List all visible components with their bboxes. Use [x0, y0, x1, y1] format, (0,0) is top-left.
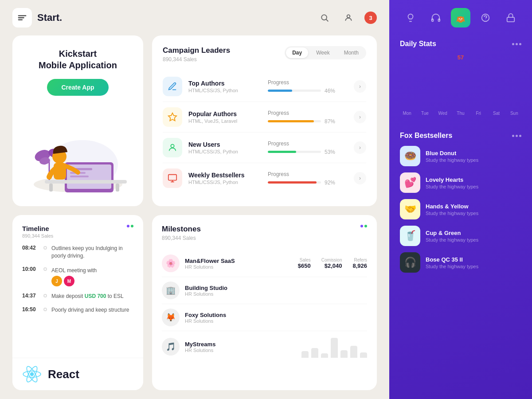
svg-point-27 — [30, 372, 34, 376]
fox-info-2: Hands & Yellow Study the highway types — [426, 203, 521, 216]
rp-icon-question[interactable] — [476, 8, 495, 27]
campaign-row-info-3: Weekly Bestsellers HTML/CSS/JS, Python — [188, 172, 262, 185]
tl-circle-1 — [43, 246, 47, 250]
ms-stats-0: Sales $650 Comission $2,040 Refers 8,926 — [298, 258, 367, 269]
progress-label-1: Progress — [268, 110, 348, 116]
fox-sub-2: Study the highway types — [426, 211, 521, 216]
campaign-row-0: Top Authors HTML/CSS/JS, Python Progress… — [163, 71, 366, 102]
timeline-subtitle: 890,344 Sales — [22, 233, 133, 239]
ds-bar-wrap-2: Wed — [436, 108, 450, 116]
fox-item-1[interactable]: 💕 Lovely Hearts Study the highway types — [400, 172, 521, 193]
fox-bestsellers-header: Fox Bestsellers — [400, 132, 521, 140]
fox-item-2[interactable]: 🤝 Hands & Yellow Study the highway types — [400, 199, 521, 219]
milestones-rows: 🌸 Man&Flower SaaS HR Solutions Sales $65… — [162, 250, 367, 362]
fox-name-1: Lovely Hearts — [426, 176, 521, 183]
ms-chart-3 — [301, 336, 367, 358]
campaign-row-icon-2 — [163, 138, 182, 157]
svg-rect-16 — [70, 176, 89, 177]
svg-rect-20 — [49, 184, 53, 192]
fox-more[interactable] — [512, 135, 521, 137]
ms-bar-3-4 — [340, 350, 348, 358]
ms-icon-0: 🌸 — [162, 254, 180, 272]
ms-name-0: Man&Flower SaaS — [185, 258, 293, 264]
ms-stat-refers-0: Refers 8,926 — [352, 258, 367, 269]
ms-info-1: Building Studio HR Solutions — [185, 285, 367, 297]
campaign-chevron-3[interactable]: › — [354, 172, 366, 184]
right-top-icons — [389, 0, 532, 35]
milestone-row-1: 🏢 Building Studio HR Solutions — [162, 277, 367, 304]
ds-bar-wrap-1: Tue — [418, 108, 432, 116]
avatar-2: M — [64, 276, 74, 286]
rp-icon-lightbulb[interactable] — [401, 8, 420, 27]
react-text: React — [48, 368, 79, 381]
progress-label-0: Progress — [268, 79, 348, 86]
progress-bar-fill-1 — [268, 120, 314, 122]
ms-stat-label-commission-0: Comission — [321, 258, 342, 262]
progress-bar-row-0: 46% — [268, 88, 348, 94]
fox-info-3: Cup & Green Study the highway types — [426, 230, 521, 243]
svg-point-23 — [171, 145, 174, 148]
svg-marker-22 — [168, 113, 176, 121]
rp-icon-headphone[interactable] — [426, 8, 446, 27]
dot-green — [131, 225, 133, 227]
daily-stats-more[interactable] — [512, 43, 521, 45]
milestone-row-3: 🎵 MyStreams HR Solutions — [162, 331, 367, 362]
fox-bestsellers-title: Fox Bestsellers — [400, 132, 452, 140]
ds-day-label-3: Thu — [457, 111, 464, 116]
header-right: 3 — [317, 10, 377, 26]
campaign-chevron-1[interactable]: › — [354, 111, 366, 123]
campaign-rows: Top Authors HTML/CSS/JS, Python Progress… — [163, 71, 366, 193]
ms-stat-label-refers-0: Refers — [352, 258, 367, 262]
progress-pct-3: 92% — [325, 180, 338, 186]
ds-day-label-5: Sat — [493, 111, 500, 116]
ds-bar-wrap-3: Thu — [454, 108, 468, 116]
kickstart-title: Kickstart Mobile Application — [39, 48, 117, 71]
ds-bar-wrap-5: Sat — [489, 108, 503, 116]
more-dot-1 — [512, 43, 514, 45]
notification-badge[interactable]: 3 — [364, 12, 377, 24]
rp-icon-lock[interactable] — [501, 8, 520, 27]
search-icon[interactable] — [317, 10, 332, 26]
campaign-row-name-1: Popular Authors — [188, 110, 262, 117]
tab-day[interactable]: Day — [286, 47, 308, 58]
ms-name-3: MyStreams — [185, 341, 296, 348]
svg-line-4 — [326, 20, 329, 22]
progress-bar-row-1: 87% — [268, 118, 348, 125]
user-icon[interactable] — [340, 10, 356, 26]
timeline-dots[interactable] — [127, 225, 133, 227]
tl-circle-2 — [43, 267, 47, 271]
milestones-dots[interactable] — [360, 225, 367, 227]
campaign-card-header: Campaign Leaders 890,344 Sales Day Week … — [163, 46, 366, 63]
fox-item-3[interactable]: 🥤 Cup & Green Study the highway types — [400, 226, 521, 246]
more-dot-2 — [516, 43, 518, 45]
fox-info-0: Blue Donut Study the highway types — [426, 150, 521, 163]
react-badge: React — [12, 358, 143, 390]
fox-sub-0: Study the highway types — [426, 157, 521, 163]
ds-bar-wrap-6: Sun — [507, 108, 521, 116]
svg-point-3 — [321, 15, 327, 20]
ms-stat-label-sales-0: Sales — [298, 258, 311, 262]
ms-icon-2: 🦊 — [162, 309, 180, 326]
dot-m-purple — [360, 225, 363, 227]
tl-time-4: 16:50 — [22, 306, 39, 313]
daily-stats-peak: 57 — [400, 54, 521, 61]
ms-stat-value-sales-0: $650 — [298, 262, 311, 269]
ds-day-label-1: Tue — [421, 111, 429, 116]
campaign-row-2: New Users HTML/CSS/JS, Python Progress 5… — [163, 133, 366, 163]
progress-bar-bg-0 — [268, 90, 321, 92]
ms-info-3: MyStreams HR Solutions — [185, 341, 296, 353]
daily-stats-title: Daily Stats — [400, 40, 436, 48]
ds-day-label-2: Wed — [438, 111, 447, 116]
fox-item-4[interactable]: 🎧 Bose QC 35 II Study the highway types — [400, 252, 521, 273]
create-app-button[interactable]: Create App — [47, 79, 108, 96]
tab-month[interactable]: Month — [338, 47, 365, 58]
fox-name-4: Bose QC 35 II — [426, 256, 521, 263]
tl-time-1: 08:42 — [22, 245, 39, 251]
campaign-chevron-0[interactable]: › — [354, 80, 366, 93]
campaign-card: Campaign Leaders 890,344 Sales Day Week … — [152, 35, 377, 206]
tab-week[interactable]: Week — [310, 47, 336, 58]
timeline-items: 08:42 Outlines keep you Indulging in poo… — [22, 245, 133, 314]
fox-item-0[interactable]: 🍩 Blue Donut Study the highway types — [400, 146, 521, 166]
campaign-chevron-2[interactable]: › — [354, 141, 366, 154]
rp-icon-fox[interactable] — [451, 8, 470, 27]
